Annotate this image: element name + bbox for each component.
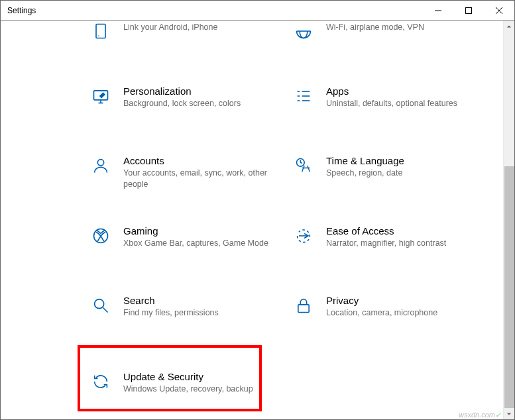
update-icon	[90, 371, 111, 405]
close-button[interactable]	[484, 1, 514, 20]
category-title: Time & Language	[326, 155, 483, 166]
lock-icon	[293, 295, 314, 329]
category-desc: Uninstall, defaults, optional features	[326, 98, 483, 109]
category-accounts[interactable]: Accounts Your accounts, email, sync, wor…	[90, 150, 280, 203]
svg-point-16	[97, 160, 103, 166]
search-icon	[90, 295, 111, 329]
titlebar: Settings	[1, 1, 514, 21]
person-icon	[90, 155, 111, 190]
svg-rect-22	[298, 305, 309, 313]
category-title: Apps	[326, 85, 483, 97]
category-title: Accounts	[123, 155, 280, 166]
category-apps[interactable]: Apps Uninstall, defaults, optional featu…	[293, 80, 483, 133]
scrollbar-thumb[interactable]	[504, 166, 514, 408]
scroll-up-button[interactable]	[504, 21, 514, 32]
category-desc: Narrator, magnifier, high contrast	[326, 238, 483, 249]
category-desc: Wi-Fi, airplane mode, VPN	[326, 22, 483, 33]
window-title: Settings	[7, 6, 36, 15]
window-controls	[423, 1, 514, 20]
ease-of-access-icon	[293, 225, 314, 260]
personalization-icon	[90, 85, 111, 120]
category-desc: Xbox Game Bar, captures, Game Mode	[123, 238, 280, 249]
category-title: Ease of Access	[326, 225, 483, 236]
category-update-security[interactable]: Update & Security Windows Update, recove…	[90, 366, 280, 409]
svg-rect-4	[96, 25, 105, 38]
svg-rect-1	[466, 7, 472, 13]
phone-icon	[90, 21, 111, 40]
category-title: Privacy	[326, 295, 483, 306]
category-title: Personalization	[123, 85, 280, 97]
category-time-language[interactable]: Time & Language Speech, region, date	[293, 150, 483, 203]
category-privacy[interactable]: Privacy Location, camera, microphone	[293, 289, 483, 342]
scrollbar[interactable]	[503, 21, 514, 419]
watermark: wsxdn.com✓	[459, 411, 501, 419]
settings-grid: Link your Android, iPhone Wi-Fi, airplan…	[1, 21, 502, 409]
xbox-icon	[90, 225, 111, 260]
category-network[interactable]: Wi-Fi, airplane mode, VPN	[293, 21, 483, 54]
category-title: Search	[123, 295, 280, 306]
apps-icon	[293, 85, 314, 120]
category-desc: Your accounts, email, sync, work, other …	[123, 168, 280, 190]
category-ease-of-access[interactable]: Ease of Access Narrator, magnifier, high…	[293, 220, 483, 273]
time-language-icon	[293, 155, 314, 190]
category-desc: Speech, region, date	[326, 168, 483, 179]
category-phone[interactable]: Link your Android, iPhone	[90, 21, 280, 54]
category-title: Gaming	[123, 225, 280, 236]
svg-line-21	[103, 307, 108, 312]
category-desc: Find my files, permissions	[123, 307, 280, 319]
globe-icon	[293, 21, 314, 40]
maximize-button[interactable]	[453, 1, 484, 20]
category-desc: Background, lock screen, colors	[123, 98, 280, 109]
category-gaming[interactable]: Gaming Xbox Game Bar, captures, Game Mod…	[90, 220, 280, 273]
category-desc: Windows Update, recovery, backup	[123, 384, 280, 395]
category-personalization[interactable]: Personalization Background, lock screen,…	[90, 80, 280, 133]
category-desc: Link your Android, iPhone	[123, 22, 280, 33]
minimize-button[interactable]	[423, 1, 453, 20]
category-search[interactable]: Search Find my files, permissions	[90, 289, 280, 342]
category-desc: Location, camera, microphone	[326, 307, 483, 319]
scroll-down-button[interactable]	[504, 408, 514, 419]
category-title: Update & Security	[123, 371, 280, 382]
svg-point-20	[95, 299, 104, 308]
